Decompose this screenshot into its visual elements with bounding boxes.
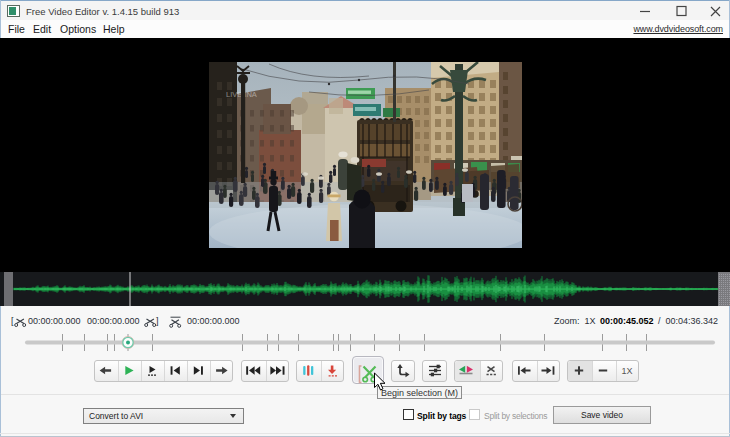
svg-text:1X: 1X	[621, 366, 632, 376]
